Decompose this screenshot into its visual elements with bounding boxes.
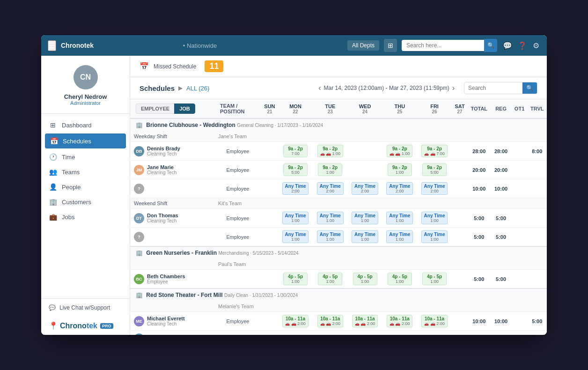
employee-col-header: EMPLOYEE JOB (130, 99, 214, 118)
all-schedules-link[interactable]: ALL (26) (186, 85, 209, 92)
schedule-cell: 10a - 11a🚗 2:00 (417, 312, 452, 331)
empty-cell (261, 161, 278, 179)
role-cell: Employee (214, 312, 261, 331)
main-content: CN Cheryl Nedrow Administrator ⊞ Dashboa… (41, 56, 547, 335)
empty-cell (347, 142, 382, 161)
employee-row: JM Jane Marie Cleaning Tech Employee9a -… (130, 161, 547, 179)
empty-cell (261, 179, 278, 198)
team-position-header: TEAM / POSITION (214, 99, 261, 118)
menu-icon[interactable]: ☰ (48, 40, 56, 51)
employee-cell: ME Michael Everett Cleaning Tech (130, 312, 214, 331)
user-profile: CN Cheryl Nedrow Administrator (41, 56, 130, 114)
client-name-cell: 🏢 Brionne Clubhouse - Weddington General… (130, 118, 547, 131)
ot1-cell (512, 331, 528, 335)
schedules-icon: 📅 (50, 137, 58, 145)
people-icon: 👤 (49, 183, 57, 191)
schedule-cell: Any Time1:00 (382, 228, 417, 247)
employee-cell: DB Dennis Brady (130, 331, 214, 335)
chat-icon[interactable]: 💬 (502, 40, 513, 51)
brand-icon: 📍 (49, 321, 58, 330)
employee-toggle[interactable]: EMPLOYEE (136, 104, 174, 114)
reg-cell: 5:00 (491, 270, 512, 289)
sidebar-item-people[interactable]: 👤 People (41, 179, 130, 194)
missed-schedule-label: Missed Schedule (154, 63, 196, 70)
shift-row: Weekday Shift Jane's Team (130, 131, 547, 142)
brand-name: Chronotek (60, 322, 97, 330)
global-search-button[interactable]: 🔍 (484, 39, 497, 52)
empty-cell (261, 209, 278, 228)
empty-cell (261, 331, 278, 335)
tue-header: TUE 23 (313, 99, 347, 118)
job-toggle[interactable]: JOB (174, 104, 195, 114)
global-search-input[interactable] (402, 40, 486, 51)
empty-cell (452, 161, 468, 179)
shift-name-cell: Weekend Shift (130, 198, 214, 209)
schedule-cell: 4p - 5p1:00 (313, 270, 347, 289)
sidebar-item-jobs[interactable]: 💼 Jobs (41, 209, 130, 224)
schedule-cell: 9a - 2p🚗 1:00 (382, 142, 417, 161)
prev-date-button[interactable]: ‹ (318, 84, 321, 92)
schedule-cell: Any Time2:00 (417, 179, 452, 198)
shift-name-cell: Weekday Shift (130, 131, 214, 142)
live-chat-link[interactable]: 💬 Live Chat w/Support (49, 304, 122, 311)
empty-cell (452, 331, 468, 335)
breadcrumb-sep: ▶ (178, 85, 183, 91)
sidebar-item-dashboard[interactable]: ⊞ Dashboard (41, 118, 130, 133)
employee-row: DB Dennis Brady Employee3p - 4p3p - 4p3p… (130, 331, 547, 335)
shift-row: Melanie's Team (130, 301, 547, 312)
sat-header: SAT 27 (452, 99, 468, 118)
empty-cell (347, 161, 382, 179)
empty-cell (452, 270, 468, 289)
mon-header: MON 22 (278, 99, 313, 118)
schedule-cell: Any Time1:00 (313, 209, 347, 228)
schedule-cell: 9a - 2p7:00 (278, 142, 313, 161)
schedule-cell: 3p - 4p (313, 331, 347, 335)
schedule-cell: 4p - 5p1:00 (382, 270, 417, 289)
role-cell: Employee (214, 179, 261, 198)
help-icon[interactable]: ❓ (517, 40, 528, 51)
schedule-cell: 10a - 11a🚗 2:00 (347, 312, 382, 331)
sidebar-item-time[interactable]: 🕐 Time (41, 149, 130, 164)
schedule-cell: 10a - 11a🚗 2:00 (313, 312, 347, 331)
empty-cell (261, 142, 278, 161)
employee-row: ? EmployeeAny Time2:00Any Time2:00Any Ti… (130, 179, 547, 198)
ot1-cell (512, 270, 528, 289)
sidebar-item-schedules[interactable]: 📅 Schedules (45, 133, 126, 148)
trvl-cell (528, 161, 547, 179)
total-cell: 20:00 (468, 161, 491, 179)
sidebar-item-teams[interactable]: 👥 Teams (41, 164, 130, 179)
date-nav: ‹ Mar 14, 2023 (12:00am) - Mar 27, 2023 … (318, 84, 455, 92)
sun-header: SUN 21 (261, 99, 278, 118)
shift-name-cell (130, 301, 214, 312)
schedule-search-button[interactable]: 🔍 (522, 82, 537, 94)
trvl-cell (528, 179, 547, 198)
schedule-cell: 9a - 2p5:00 (417, 161, 452, 179)
trvl-cell: 1:00 (528, 331, 547, 335)
schedule-cell: Any Time1:00 (417, 228, 452, 247)
employee-cell: ? (130, 228, 214, 247)
sidebar-item-label: Teams (62, 169, 80, 176)
schedule-search-input[interactable] (464, 82, 521, 94)
empty-cell (452, 228, 468, 247)
schedule-cell: 4p - 5p1:00 (347, 270, 382, 289)
schedule-cell: 9a - 2p5:00 (278, 161, 313, 179)
schedule-cell: 3p - 4p (382, 331, 417, 335)
reg-cell: 28:00 (491, 142, 512, 161)
schedule-cell: 10a - 11a🚗 2:00 (382, 312, 417, 331)
next-date-button[interactable]: › (452, 84, 455, 92)
calendar-icon: 📅 (140, 62, 149, 71)
reg-cell: 5:00 (491, 228, 512, 247)
sidebar-item-label: Time (62, 154, 75, 161)
user-role: Administrator (49, 100, 122, 106)
add-button[interactable]: ⊞ (384, 39, 397, 52)
sidebar-item-label: Jobs (62, 214, 74, 221)
all-depts-button[interactable]: All Depts (347, 40, 379, 51)
team-cell: Melanie's Team (214, 301, 261, 312)
empty-cell (261, 228, 278, 247)
sidebar-item-customers[interactable]: 🏢 Customers (41, 194, 130, 209)
ot1-cell (512, 228, 528, 247)
ot1-cell (512, 161, 528, 179)
schedule-cell: Any Time1:00 (382, 209, 417, 228)
settings-icon[interactable]: ⚙ (532, 40, 540, 51)
schedule-cell: 10a - 11a🚗 2:00 (278, 312, 313, 331)
